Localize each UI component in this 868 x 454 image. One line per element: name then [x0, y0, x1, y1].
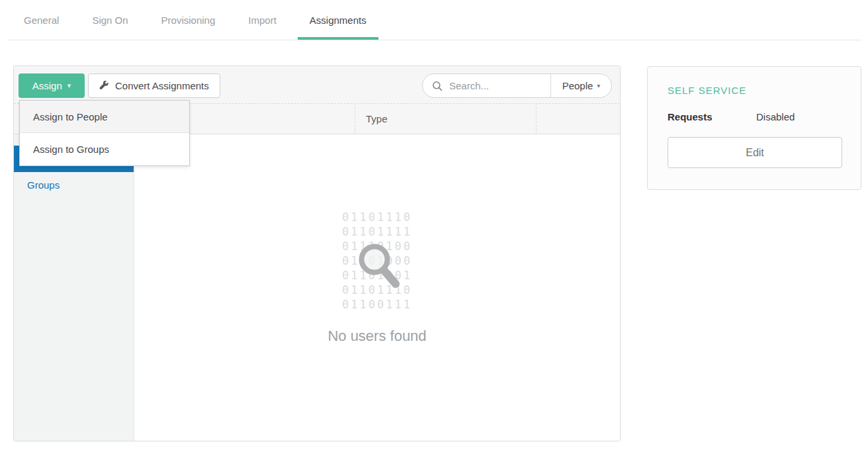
tab-general[interactable]: General: [12, 0, 71, 40]
tab-assignments[interactable]: Assignments: [298, 0, 378, 40]
column-divider: [536, 104, 537, 134]
assign-button[interactable]: Assign ▾: [19, 73, 85, 98]
binary-line: 01101110: [134, 210, 620, 224]
assignments-toolbar: Assign ▾ Convert Assignments: [14, 66, 620, 104]
search-input[interactable]: [448, 79, 541, 92]
convert-assignments-button[interactable]: Convert Assignments: [88, 73, 220, 98]
menu-item-assign-to-people[interactable]: Assign to People: [20, 101, 189, 133]
search-scope-dropdown[interactable]: People ▾: [550, 74, 611, 97]
search-icon: [432, 81, 443, 91]
tab-import[interactable]: Import: [236, 0, 288, 40]
assignments-content: 01101110 01101111 01110100 01101000 0110…: [134, 134, 620, 441]
column-divider: [355, 104, 355, 134]
chevron-down-icon: ▾: [67, 82, 71, 89]
wrench-icon: [99, 81, 109, 91]
chevron-down-icon: ▾: [597, 83, 600, 89]
assign-dropdown-menu: Assign to People Assign to Groups: [19, 100, 190, 166]
tab-sign-on[interactable]: Sign On: [80, 0, 140, 40]
convert-assignments-label: Convert Assignments: [115, 80, 209, 91]
search-bar: People ▾: [422, 73, 612, 98]
menu-item-assign-to-groups[interactable]: Assign to Groups: [20, 133, 189, 165]
requests-row: Requests Disabled: [668, 111, 841, 122]
assign-button-label: Assign: [32, 80, 62, 91]
requests-label: Requests: [668, 111, 756, 122]
column-header-type[interactable]: Type: [366, 104, 388, 134]
assignments-body: People Groups 01101110 01101111 01110100…: [14, 134, 620, 441]
tab-provisioning[interactable]: Provisioning: [150, 0, 228, 40]
requests-status-value: Disabled: [756, 111, 795, 122]
magnifier-icon: [348, 233, 409, 294]
app-tab-bar: General Sign On Provisioning Import Assi…: [0, 0, 868, 40]
binary-line: 01100111: [134, 297, 620, 312]
tab-row: General Sign On Provisioning Import Assi…: [12, 0, 388, 40]
tab-divider-line: [8, 40, 861, 40]
self-service-panel: SELF SERVICE Requests Disabled Edit: [647, 66, 861, 190]
self-service-edit-button[interactable]: Edit: [668, 137, 842, 168]
self-service-title: SELF SERVICE: [668, 85, 841, 96]
search-field-wrap: [423, 74, 550, 97]
empty-state-message: No users found: [134, 328, 620, 345]
filter-sidebar: People Groups: [14, 134, 134, 441]
search-scope-value: People: [562, 80, 593, 91]
app-assignments-page: General Sign On Provisioning Import Assi…: [0, 0, 868, 454]
sidebar-item-groups[interactable]: Groups: [14, 172, 134, 199]
